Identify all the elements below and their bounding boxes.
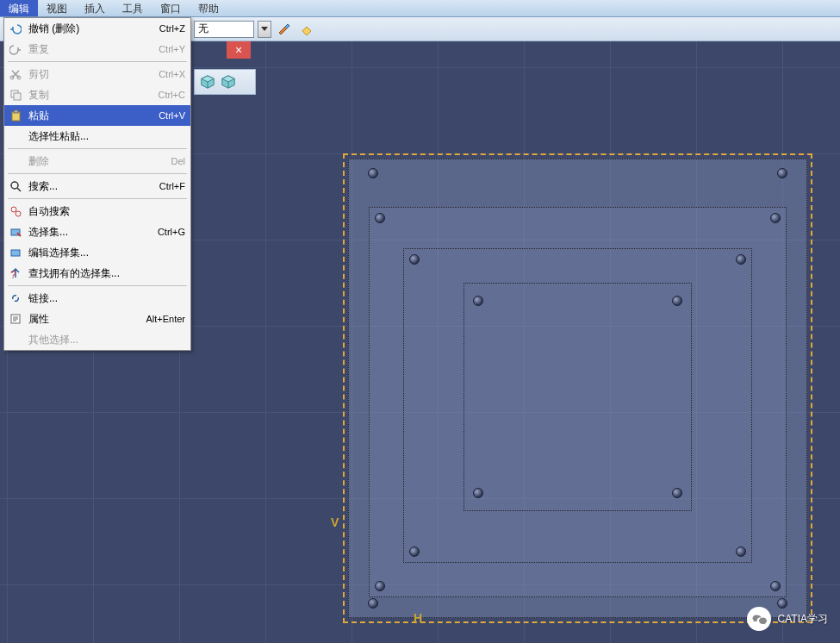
axis-v-label: V [331,515,339,529]
autosearch-icon [8,203,23,219]
eraser-icon[interactable] [297,20,316,39]
menu-item-shortcut: Ctrl+C [159,90,185,100]
menu-item[interactable]: 选择性粘贴... [4,126,190,147]
menu-item-label: 选择集... [28,225,152,240]
blank-icon [8,128,23,144]
hole [770,213,781,223]
menu-view[interactable]: 视图 [38,0,76,16]
hole [777,168,787,178]
menu-item-shortcut: Ctrl+V [159,110,185,121]
menu-item-shortcut: Ctrl+Z [159,23,185,34]
svg-point-8 [16,211,21,216]
close-tab-button[interactable]: × [227,41,251,59]
menubar: 编辑 视图 插入 工具 窗口 帮助 [0,0,840,17]
blank-icon [8,153,23,169]
style-dropdown[interactable]: 无 [194,21,254,38]
menu-item[interactable]: ?查找拥有的选择集... [4,263,190,284]
svg-point-7 [11,207,16,212]
menu-insert[interactable]: 插入 [76,0,114,16]
svg-point-6 [11,182,18,189]
hole [368,168,378,178]
menu-item: 复制Ctrl+C [4,84,190,105]
menu-item-label: 搜索... [28,179,154,194]
brush-icon[interactable] [275,20,294,39]
hole [368,598,378,609]
findsel-icon: ? [8,265,23,281]
hole [473,296,483,306]
menu-item: 剪切Ctrl+X [4,64,190,84]
menu-edit[interactable]: 编辑 [0,0,38,16]
menu-item-label: 撤销 (删除) [28,22,154,36]
hole [409,254,420,265]
cube-icon[interactable] [200,74,215,90]
menu-window[interactable]: 窗口 [152,0,190,16]
menu-item: 其他选择... [4,329,190,350]
view-toolbar [194,69,256,95]
menu-item[interactable]: 自动搜索 [4,201,190,222]
menu-separator [8,285,187,286]
svg-text:?: ? [10,269,16,279]
menu-item-label: 删除 [28,154,165,169]
paste-icon [8,108,23,123]
menu-separator [8,148,187,149]
menu-item-label: 查找拥有的选择集... [28,266,180,281]
menu-separator [8,61,187,62]
editsel-icon [8,245,23,260]
hole [375,581,385,591]
props-icon [8,311,23,327]
drawing-part[interactable]: V H [343,153,812,623]
hole [736,546,746,557]
selset-icon [8,224,23,240]
menu-item-label: 自动搜索 [28,204,180,219]
edit-dropdown-menu: 撤销 (删除)Ctrl+Z重复Ctrl+Y剪切Ctrl+X复制Ctrl+C粘贴C… [3,17,191,351]
hole [770,581,781,591]
cut-icon [8,66,23,82]
menu-item-label: 剪切 [28,67,153,82]
menu-item[interactable]: 属性Alt+Enter [4,309,190,329]
blank-icon [8,332,23,347]
axis-h-label: H [414,611,422,625]
copy-icon [8,87,23,103]
style-dropdown-arrow[interactable] [258,21,271,38]
watermark: CATIA学习 [747,607,828,631]
menu-help[interactable]: 帮助 [190,0,227,16]
plate-inner [464,283,692,511]
menu-item-shortcut: Ctrl+G [158,227,185,237]
menu-item[interactable]: 编辑选择集... [4,242,190,263]
menu-item[interactable]: 选择集...Ctrl+G [4,222,190,242]
menu-item-label: 粘贴 [28,109,153,123]
menu-item[interactable]: 链接... [4,288,190,309]
menu-item-label: 复制 [28,88,153,103]
svg-rect-5 [14,110,18,113]
menu-item: 重复Ctrl+Y [4,39,190,59]
watermark-text: CATIA学习 [778,612,828,627]
hole [473,488,483,498]
cube-icon[interactable] [221,74,236,90]
hole [375,213,385,223]
menu-item-label: 选择性粘贴... [28,129,180,144]
hole [672,488,682,498]
menu-item-label: 其他选择... [28,333,180,347]
menu-item-label: 编辑选择集... [28,246,180,260]
menu-item-shortcut: Ctrl+X [159,69,185,79]
menu-item-label: 属性 [28,312,140,327]
menu-item-shortcut: Del [171,156,185,166]
hole [672,296,682,306]
search-icon [8,178,23,194]
menu-item-label: 重复 [28,42,153,57]
menu-item-shortcut: Ctrl+Y [159,44,185,54]
undo-icon [8,21,23,36]
menu-item-label: 链接... [28,291,180,306]
menu-item[interactable]: 搜索...Ctrl+F [4,176,190,197]
menu-item[interactable]: 撤销 (删除)Ctrl+Z [4,18,190,39]
hole [736,254,746,265]
menu-separator [8,173,187,174]
menu-item: 删除Del [4,151,190,172]
menu-item[interactable]: 粘贴Ctrl+V [4,105,190,126]
hole [409,546,420,557]
menu-item-shortcut: Alt+Enter [146,314,185,324]
menu-tools[interactable]: 工具 [114,0,152,16]
menu-separator [8,198,187,199]
svg-rect-10 [11,250,20,256]
wechat-icon [747,607,771,631]
